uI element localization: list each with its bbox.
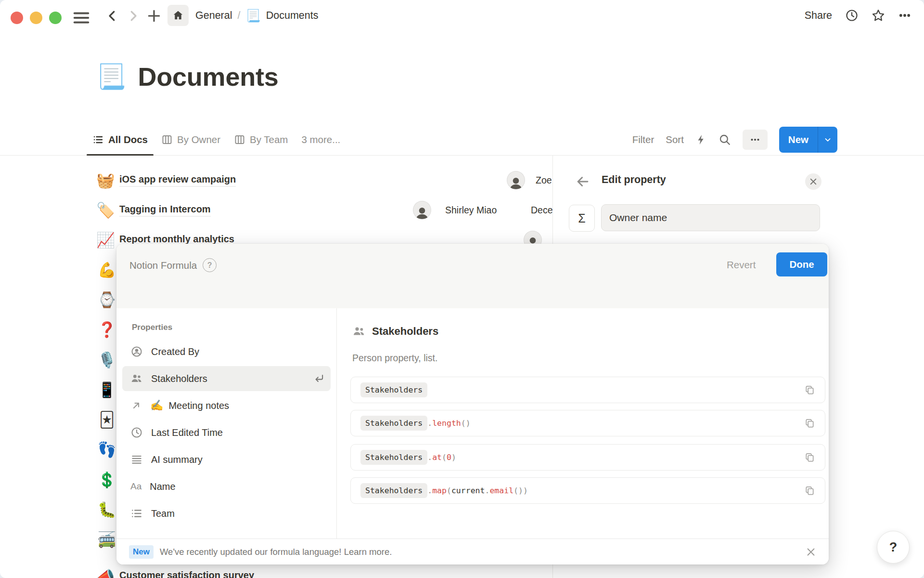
property-emoji: ✍️ <box>150 400 163 411</box>
person-cell[interactable]: Zoe <box>536 175 552 186</box>
notion-window: General / 📃 Documents Share 📃 Documents <box>0 0 924 578</box>
updates-clock-icon[interactable] <box>845 9 859 22</box>
bullet-list-icon <box>130 507 143 520</box>
revert-button[interactable]: Revert <box>727 259 756 271</box>
person-cell[interactable]: Shirley Miao <box>445 205 497 216</box>
row-title[interactable]: iOS app review campaign <box>119 174 236 187</box>
row-emoji: 🃏 <box>97 412 116 427</box>
home-button[interactable] <box>167 5 189 26</box>
tab-label: By Owner <box>177 134 220 145</box>
more-options-icon[interactable] <box>898 9 911 22</box>
favorite-star-icon[interactable] <box>872 9 885 22</box>
property-item-meeting-notes[interactable]: ✍️ Meeting notes <box>122 393 331 418</box>
formula-example[interactable]: Stakeholders.length() <box>350 410 825 436</box>
copy-icon[interactable] <box>804 452 815 463</box>
table-row[interactable]: 🧺 iOS app review campaign Zoe <box>0 165 552 195</box>
property-item-team[interactable]: Team <box>122 501 331 526</box>
page-header: 📃 Documents <box>96 62 279 92</box>
new-badge: New <box>129 545 154 559</box>
detail-header: Stakeholders <box>352 325 438 338</box>
property-label: Name <box>150 481 175 492</box>
question-mark-icon: ? <box>889 540 898 555</box>
forward-icon[interactable] <box>126 9 141 23</box>
code-token: map <box>432 486 447 495</box>
code-token: 0 <box>447 453 451 462</box>
formula-example[interactable]: Stakeholders.at(0) <box>350 444 825 471</box>
code-token: . <box>427 419 432 428</box>
breadcrumb-page-emoji: 📃 <box>245 10 260 22</box>
traffic-close-button[interactable] <box>11 12 23 24</box>
page-title[interactable]: Documents <box>138 62 278 92</box>
title-Aa-icon: Aa <box>130 481 141 492</box>
new-dropdown-chevron-icon[interactable] <box>818 127 837 153</box>
property-token: Stakeholders <box>360 483 427 498</box>
detail-subtitle: Person property, list. <box>352 353 437 364</box>
date-cell[interactable]: Dece <box>531 205 552 216</box>
code-token: ( <box>447 486 451 495</box>
property-type-button[interactable]: Σ <box>569 205 595 232</box>
filter-button[interactable]: Filter <box>632 134 654 145</box>
share-button[interactable]: Share <box>805 10 832 22</box>
copy-icon[interactable] <box>804 485 815 496</box>
row-emoji: 👣 <box>97 442 116 457</box>
property-item-name[interactable]: Aa Name <box>122 474 331 499</box>
tab-more-views[interactable]: 3 more... <box>295 124 347 155</box>
banner-close-icon[interactable] <box>806 547 816 557</box>
tab-all-docs[interactable]: All Docs <box>86 124 154 155</box>
code-token: email <box>489 486 513 495</box>
formula-example[interactable]: Stakeholders.map(current.email()) <box>350 477 825 504</box>
tab-by-team[interactable]: By Team <box>227 124 295 155</box>
property-name-input[interactable] <box>601 204 820 231</box>
properties-heading: Properties <box>132 323 331 332</box>
copy-icon[interactable] <box>804 418 815 429</box>
enter-return-icon <box>312 372 325 385</box>
formula-detail-panel: Stakeholders Person property, list. Stak… <box>337 308 829 539</box>
property-item-ai-summary[interactable]: AI summary <box>122 447 331 472</box>
help-button[interactable]: ? <box>877 531 910 564</box>
breadcrumb-page[interactable]: Documents <box>266 10 319 22</box>
avatar <box>413 201 431 219</box>
sidebar-menu-icon[interactable] <box>72 11 90 25</box>
table-row[interactable]: 📣 Customer satisfaction survey <box>0 563 552 578</box>
sigma-formula-icon: Σ <box>578 211 585 225</box>
text-lines-icon <box>130 453 143 466</box>
page-icon[interactable]: 📃 <box>96 65 126 89</box>
property-item-created-by[interactable]: Created By <box>122 339 331 364</box>
row-title[interactable]: Customer satisfaction survey <box>119 570 254 578</box>
traffic-minimize-button[interactable] <box>30 12 42 24</box>
done-button[interactable]: Done <box>776 252 827 276</box>
code-token: ( <box>442 453 447 462</box>
row-emoji: ⌚ <box>97 292 116 307</box>
code-token: . <box>427 486 432 495</box>
formula-help-icon[interactable]: ? <box>203 258 217 272</box>
property-token: Stakeholders <box>360 416 427 431</box>
new-button[interactable]: New <box>779 127 818 153</box>
row-title[interactable]: Tagging in Intercom <box>119 204 211 217</box>
formula-properties-panel: Properties Created By Stakeholders <box>116 308 337 539</box>
tab-by-owner[interactable]: By Owner <box>154 124 227 155</box>
copy-icon[interactable] <box>804 384 815 395</box>
breadcrumb-workspace[interactable]: General <box>195 10 232 22</box>
person-circle-icon <box>130 345 143 358</box>
row-emoji: 💲 <box>97 473 116 487</box>
property-label: AI summary <box>151 454 203 465</box>
window-titlebar: General / 📃 Documents Share <box>0 0 924 31</box>
table-row[interactable]: 🏷️ Tagging in Intercom Shirley Miao Dece <box>0 195 552 225</box>
view-options-icon[interactable] <box>743 130 768 150</box>
sort-button[interactable]: Sort <box>666 134 684 145</box>
search-icon[interactable] <box>719 133 731 146</box>
formula-example[interactable]: Stakeholders <box>350 377 825 403</box>
tab-label: 3 more... <box>301 134 340 145</box>
traffic-zoom-button[interactable] <box>49 12 62 24</box>
formula-input-area[interactable]: Notion Formula ? Revert Done <box>116 244 829 309</box>
panel-close-icon[interactable] <box>805 173 821 190</box>
new-button-group: New <box>779 127 837 153</box>
new-page-plus-icon[interactable] <box>146 8 162 24</box>
detail-title: Stakeholders <box>372 325 438 338</box>
formula-popup-label: Notion Formula ? <box>129 258 217 272</box>
automation-bolt-icon[interactable] <box>695 134 707 145</box>
back-icon[interactable] <box>105 9 119 23</box>
property-item-last-edited-time[interactable]: Last Edited Time <box>122 420 331 445</box>
property-item-stakeholders[interactable]: Stakeholders <box>122 366 331 391</box>
panel-back-icon[interactable] <box>575 173 591 190</box>
